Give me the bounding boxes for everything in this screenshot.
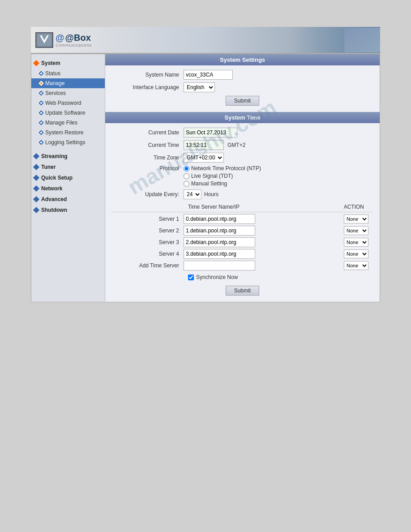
system-name-label: System Name: [112, 72, 184, 78]
logo-area: @ @Box Communications: [31, 32, 92, 48]
web-password-diamond-icon: [39, 100, 43, 105]
services-diamond-icon: [39, 90, 43, 95]
server-3-input[interactable]: [184, 237, 255, 247]
logo-at: @: [56, 33, 64, 43]
sidebar-advanced-label: Advanced: [41, 196, 67, 202]
sidebar-item-logging-settings[interactable]: Logging Settings: [31, 137, 105, 147]
server-2-input[interactable]: [184, 226, 255, 236]
server-1-action-select[interactable]: None Delete: [344, 215, 368, 223]
current-time-input[interactable]: [184, 140, 224, 150]
protocol-manual-option[interactable]: Manual Setting: [184, 180, 261, 187]
current-time-row: Current Time GMT+2: [112, 140, 373, 150]
sidebar-logging-settings-label: Logging Settings: [45, 139, 85, 146]
sidebar-item-services[interactable]: Services: [31, 88, 105, 98]
current-time-label: Current Time: [112, 142, 184, 148]
current-date-label: Current Date: [112, 129, 184, 136]
streaming-diamond-icon: [33, 153, 39, 159]
sidebar-item-manage[interactable]: Manage: [31, 78, 105, 88]
server-2-label: Server 2: [112, 227, 184, 234]
server-4-input[interactable]: [184, 249, 255, 259]
server-2-action: None Delete: [344, 226, 368, 235]
sidebar-item-advanced[interactable]: Advanced: [31, 194, 105, 205]
sidebar-item-web-password[interactable]: Web Password: [31, 98, 105, 108]
sidebar-shutdown-label: Shutdown: [41, 207, 67, 213]
advanced-diamond-icon: [33, 196, 39, 202]
system-time-submit-row: Submit: [112, 286, 373, 296]
sidebar-item-streaming[interactable]: Streaming: [31, 151, 105, 162]
time-zone-select[interactable]: GMT+02:00 GMT+00:00 GMT+01:00 GMT+03:00: [184, 153, 224, 163]
logging-settings-diamond-icon: [39, 140, 43, 145]
sidebar-item-system-restore[interactable]: System Restore: [31, 128, 105, 137]
status-diamond-icon: [39, 71, 43, 76]
server-4-action: None Delete: [344, 249, 368, 258]
sidebar-item-manage-files[interactable]: Manage Files: [31, 118, 105, 128]
current-date-row: Current Date: [112, 128, 373, 137]
header-right-decoration: [291, 27, 380, 53]
server-4-action-select[interactable]: None Delete: [344, 249, 368, 258]
time-server-table-header: Time Server Name/IP ACTION: [112, 202, 373, 212]
server-2-action-select[interactable]: None Delete: [344, 226, 368, 235]
sidebar-item-network[interactable]: Network: [31, 183, 105, 194]
synchronize-now-label: Synchronize Now: [196, 274, 238, 280]
system-settings-header: System Settings: [105, 54, 380, 65]
time-zone-label: Time Zone: [112, 154, 184, 161]
add-time-server-input[interactable]: [184, 261, 255, 270]
current-date-input[interactable]: [184, 128, 237, 137]
protocol-ntp-label: Network Time Protocol (NTP): [191, 165, 261, 172]
system-time-header: System Time: [105, 112, 380, 123]
protocol-manual-label: Manual Setting: [191, 180, 227, 187]
server-3-action-select[interactable]: None Delete: [344, 238, 368, 247]
system-settings-body: System Name Interface Language English F…: [105, 65, 380, 112]
manage-diamond-icon: [39, 81, 43, 86]
sidebar-services-label: Services: [45, 90, 66, 96]
sidebar-item-quick-setup[interactable]: Quick Setup: [31, 172, 105, 183]
sidebar-network-label: Network: [41, 185, 62, 192]
synchronize-now-checkbox[interactable]: [188, 275, 194, 280]
system-name-input[interactable]: [184, 70, 233, 80]
add-time-server-action-select[interactable]: None Delete: [344, 261, 368, 270]
protocol-manual-radio[interactable]: [184, 181, 189, 187]
quick-setup-diamond-icon: [33, 175, 39, 181]
protocol-tdt-radio[interactable]: [184, 173, 189, 179]
logo-box: @Box: [65, 33, 91, 43]
action-header: ACTION: [344, 204, 364, 210]
server-1-label: Server 1: [112, 216, 184, 222]
protocol-ntp-radio[interactable]: [184, 166, 189, 172]
body-layout: System Status Manage Services: [31, 54, 380, 302]
sidebar-item-shutdown[interactable]: Shutdown: [31, 205, 105, 215]
protocol-ntp-option[interactable]: Network Time Protocol (NTP): [184, 165, 261, 172]
server-1-input[interactable]: [184, 214, 255, 224]
server-3-row: Server 3 None Delete: [112, 237, 373, 247]
sidebar-tuner-label: Tuner: [41, 164, 56, 170]
protocol-label: Protocol: [112, 165, 184, 172]
add-time-server-label: Add Time Server: [112, 262, 184, 269]
manage-files-diamond-icon: [39, 120, 43, 125]
protocol-radio-group: Network Time Protocol (NTP) Live Signal …: [184, 165, 261, 187]
logo-sub: Communications: [56, 43, 92, 47]
header-bar: @ @Box Communications: [31, 27, 380, 54]
time-server-name-ip-header: Time Server Name/IP: [188, 204, 240, 210]
protocol-tdt-option[interactable]: Live Signal (TDT): [184, 173, 261, 179]
sidebar-section-system[interactable]: System: [31, 58, 105, 69]
sidebar-item-tuner[interactable]: Tuner: [31, 162, 105, 172]
server-2-row: Server 2 None Delete: [112, 226, 373, 236]
add-time-server-row: Add Time Server None Delete: [112, 261, 373, 270]
system-settings-section: System Settings System Name Interface La…: [105, 54, 380, 112]
interface-language-row: Interface Language English French German…: [112, 82, 373, 92]
sync-row: Synchronize Now: [112, 272, 373, 282]
update-every-select[interactable]: 1 2 4 6 12 24: [184, 189, 201, 199]
sidebar-item-status[interactable]: Status: [31, 69, 105, 78]
sidebar: System Status Manage Services: [31, 54, 105, 302]
system-diamond-icon: [33, 60, 39, 66]
system-time-submit-button[interactable]: Submit: [226, 286, 259, 296]
server-3-label: Server 3: [112, 239, 184, 245]
shutdown-diamond-icon: [33, 207, 39, 213]
sidebar-item-update-software[interactable]: Update Software: [31, 108, 105, 118]
update-every-row: Update Every: 1 2 4 6 12 24 Hours: [112, 189, 373, 199]
interface-language-select[interactable]: English French German Spanish: [184, 82, 215, 92]
interface-language-label: Interface Language: [112, 84, 184, 90]
system-settings-submit-button[interactable]: Submit: [226, 96, 259, 106]
sidebar-status-label: Status: [45, 70, 60, 77]
server-1-action: None Delete: [344, 215, 368, 223]
hours-label: Hours: [204, 191, 218, 197]
